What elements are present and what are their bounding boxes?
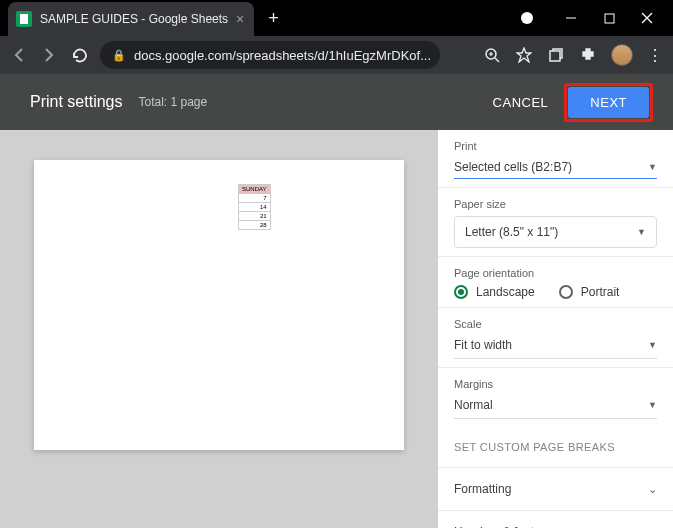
url-text: docs.google.com/spreadsheets/d/1hIuEgzMr… — [134, 48, 431, 63]
print-label: Print — [454, 140, 657, 152]
page-count: Total: 1 page — [138, 95, 207, 109]
zoom-icon[interactable] — [483, 46, 501, 64]
caret-down-icon: ▼ — [637, 227, 646, 237]
scale-section: Scale Fit to width ▼ — [438, 308, 673, 368]
next-button[interactable]: NEXT — [568, 87, 649, 118]
caret-down-icon: ▼ — [648, 340, 657, 350]
margins-label: Margins — [454, 378, 657, 390]
extensions-icon[interactable] — [579, 46, 597, 64]
next-highlight: NEXT — [564, 83, 653, 122]
user-avatar[interactable] — [611, 44, 633, 66]
close-window-button[interactable] — [639, 10, 655, 26]
print-range-section: Print Selected cells (B2:B7) ▼ — [438, 130, 673, 188]
content-area: SUNDAY 7 14 21 28 Print Selected cells (… — [0, 130, 673, 528]
svg-rect-1 — [605, 14, 614, 23]
print-preview: SUNDAY 7 14 21 28 — [0, 130, 438, 528]
table-cell: 21 — [239, 212, 271, 221]
scale-select[interactable]: Fit to width ▼ — [454, 334, 657, 359]
radio-icon — [454, 285, 468, 299]
address-bar: 🔒 docs.google.com/spreadsheets/d/1hIuEgz… — [0, 36, 673, 74]
minimize-button[interactable] — [563, 10, 579, 26]
print-range-select[interactable]: Selected cells (B2:B7) ▼ — [454, 156, 657, 179]
caret-down-icon: ▼ — [648, 162, 657, 172]
chevron-down-icon: ⌄ — [648, 483, 657, 496]
headers-footers-expand[interactable]: Headers & footers ⌄ — [438, 511, 673, 528]
table-cell: 28 — [239, 221, 271, 230]
browser-tab[interactable]: SAMPLE GUIDES - Google Sheets × — [8, 2, 254, 36]
portrait-radio[interactable]: Portrait — [559, 285, 620, 299]
window-titlebar: SAMPLE GUIDES - Google Sheets × + — [0, 0, 673, 36]
paper-size-section: Paper size Letter (8.5" x 11") ▼ — [438, 188, 673, 257]
profile-indicator-icon[interactable] — [521, 12, 533, 24]
maximize-button[interactable] — [601, 10, 617, 26]
svg-line-5 — [495, 58, 499, 62]
orientation-section: Page orientation Landscape Portrait — [438, 257, 673, 308]
close-tab-icon[interactable]: × — [236, 11, 244, 27]
cancel-button[interactable]: CANCEL — [493, 95, 549, 110]
menu-button[interactable]: ⋮ — [647, 46, 663, 65]
orientation-label: Page orientation — [454, 267, 657, 279]
margins-section: Margins Normal ▼ — [438, 368, 673, 427]
radio-icon — [559, 285, 573, 299]
svg-rect-8 — [550, 51, 560, 61]
scale-label: Scale — [454, 318, 657, 330]
lock-icon: 🔒 — [112, 49, 126, 62]
paper-size-select[interactable]: Letter (8.5" x 11") ▼ — [454, 216, 657, 248]
new-tab-button[interactable]: + — [268, 8, 279, 29]
sheets-icon — [16, 11, 32, 27]
landscape-radio[interactable]: Landscape — [454, 285, 535, 299]
back-button[interactable] — [10, 46, 28, 64]
print-header: Print settings Total: 1 page CANCEL NEXT — [0, 74, 673, 130]
formatting-expand[interactable]: Formatting ⌄ — [438, 468, 673, 511]
table-cell: 14 — [239, 203, 271, 212]
url-input[interactable]: 🔒 docs.google.com/spreadsheets/d/1hIuEgz… — [100, 41, 440, 69]
forward-button[interactable] — [40, 46, 58, 64]
print-sidebar: Print Selected cells (B2:B7) ▼ Paper siz… — [438, 130, 673, 528]
preview-page: SUNDAY 7 14 21 28 — [34, 160, 404, 450]
tab-title: SAMPLE GUIDES - Google Sheets — [40, 12, 228, 26]
paper-label: Paper size — [454, 198, 657, 210]
table-cell: 7 — [239, 194, 271, 203]
bookmark-icon[interactable] — [515, 46, 533, 64]
page-title: Print settings — [30, 93, 122, 111]
window-controls — [563, 10, 655, 26]
tabs-icon[interactable] — [547, 46, 565, 64]
table-cell: SUNDAY — [239, 185, 271, 194]
preview-table: SUNDAY 7 14 21 28 — [238, 184, 271, 230]
caret-down-icon: ▼ — [648, 400, 657, 410]
margins-select[interactable]: Normal ▼ — [454, 394, 657, 419]
custom-page-breaks-link[interactable]: SET CUSTOM PAGE BREAKS — [438, 427, 673, 468]
reload-button[interactable] — [70, 46, 88, 64]
